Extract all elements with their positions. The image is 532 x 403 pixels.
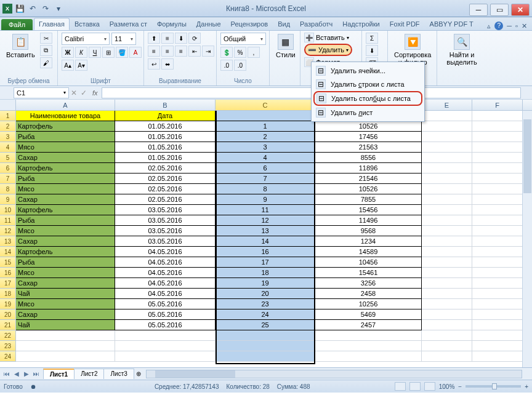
- row-header[interactable]: 7: [0, 174, 16, 184]
- cell[interactable]: Рыба: [16, 132, 115, 142]
- worksheet-grid[interactable]: ABCDEFG 12345678910111213141516171819202…: [0, 100, 532, 368]
- row-header[interactable]: 22: [0, 330, 16, 341]
- view-break-button[interactable]: [424, 382, 435, 391]
- cell[interactable]: [472, 278, 523, 289]
- font-name-combo[interactable]: Calibri▾: [62, 33, 110, 45]
- cell[interactable]: Сахар: [16, 278, 115, 289]
- row-header[interactable]: 3: [0, 132, 16, 142]
- cell[interactable]: 02.05.2016: [115, 163, 216, 174]
- cell[interactable]: 9568: [315, 226, 422, 236]
- cell[interactable]: [472, 299, 523, 309]
- cell[interactable]: [422, 309, 472, 320]
- cut-button[interactable]: ✂: [40, 33, 52, 44]
- cell[interactable]: 05.05.2016: [115, 309, 216, 320]
- align-top-button[interactable]: ⬆: [148, 33, 160, 44]
- cell[interactable]: Сахар: [16, 309, 115, 320]
- cell[interactable]: 3: [216, 142, 315, 153]
- percent-button[interactable]: %: [234, 47, 246, 58]
- cell[interactable]: 24: [216, 309, 315, 320]
- styles-button[interactable]: ▦ Стили: [273, 33, 298, 60]
- sheet-tab[interactable]: Лист1: [43, 369, 75, 379]
- border-button[interactable]: ⊞: [102, 47, 115, 58]
- cell[interactable]: [472, 289, 523, 299]
- cell[interactable]: 5469: [315, 309, 422, 320]
- cell[interactable]: [422, 278, 472, 289]
- cell[interactable]: 2: [216, 132, 315, 142]
- cell[interactable]: [216, 351, 315, 362]
- cell[interactable]: 02.05.2016: [115, 194, 216, 205]
- minimize-button[interactable]: ─: [469, 4, 488, 16]
- cell[interactable]: 8: [216, 184, 315, 194]
- cell[interactable]: 04.05.2016: [115, 278, 216, 289]
- align-center-button[interactable]: ≡: [161, 46, 174, 57]
- cell[interactable]: [422, 174, 472, 184]
- cell[interactable]: [472, 330, 523, 341]
- cell[interactable]: Сахар: [16, 153, 115, 163]
- cell[interactable]: Чай: [16, 320, 115, 330]
- dec-decimal-button[interactable]: .0: [234, 60, 246, 71]
- cell[interactable]: Наименование товара: [16, 111, 115, 121]
- cell[interactable]: 10256: [315, 299, 422, 309]
- cell[interactable]: 3256: [315, 278, 422, 289]
- cell[interactable]: 10526: [315, 121, 422, 132]
- cell[interactable]: [472, 174, 523, 184]
- bold-button[interactable]: Ж: [62, 47, 74, 58]
- zoom-in-icon[interactable]: +: [525, 383, 528, 390]
- currency-button[interactable]: 💲: [220, 47, 233, 58]
- cell[interactable]: [472, 215, 523, 226]
- vertical-scrollbar[interactable]: [522, 111, 532, 367]
- fill-button[interactable]: ⬇: [366, 45, 378, 56]
- cell[interactable]: [472, 247, 523, 257]
- cell[interactable]: [472, 268, 523, 278]
- qat-undo-icon[interactable]: ↶: [27, 3, 38, 14]
- cell[interactable]: Мясо: [16, 299, 115, 309]
- cell[interactable]: 03.05.2016: [115, 205, 216, 215]
- cell[interactable]: [422, 215, 472, 226]
- cell[interactable]: 14: [216, 236, 315, 247]
- cell[interactable]: [472, 236, 523, 247]
- find-select-button[interactable]: 🔍 Найти и выделить: [441, 33, 483, 67]
- sheet-nav-next-icon[interactable]: ▶: [22, 370, 31, 377]
- cell[interactable]: [472, 226, 523, 236]
- row-header[interactable]: 14: [0, 247, 16, 257]
- cell[interactable]: Мясо: [16, 226, 115, 236]
- cell[interactable]: Картофель: [16, 247, 115, 257]
- cell[interactable]: [422, 184, 472, 194]
- cell[interactable]: 01.05.2016: [115, 142, 216, 153]
- row-header[interactable]: 20: [0, 309, 16, 320]
- cell[interactable]: [472, 257, 523, 268]
- italic-button[interactable]: К: [75, 47, 87, 58]
- indent-inc-button[interactable]: ⇥: [202, 46, 214, 57]
- view-layout-button[interactable]: [409, 382, 421, 391]
- cell[interactable]: [472, 163, 523, 174]
- horizontal-scrollbar[interactable]: [146, 370, 522, 378]
- ribbon-tab[interactable]: Разметка ст: [105, 18, 152, 30]
- cell[interactable]: Сахар: [16, 236, 115, 247]
- row-header[interactable]: 23: [0, 341, 16, 351]
- ribbon-tab[interactable]: Рецензиров: [226, 18, 273, 30]
- cell[interactable]: Мясо: [16, 184, 115, 194]
- column-header[interactable]: B: [115, 100, 216, 111]
- cell[interactable]: [472, 309, 523, 320]
- column-header[interactable]: F: [472, 100, 523, 111]
- row-header[interactable]: 11: [0, 215, 16, 226]
- cell[interactable]: [216, 341, 315, 351]
- row-header[interactable]: 21: [0, 320, 16, 330]
- cell[interactable]: 17456: [315, 132, 422, 142]
- cell[interactable]: 11496: [315, 215, 422, 226]
- wrap-text-button[interactable]: ↩: [148, 58, 160, 70]
- cell[interactable]: Дата: [115, 111, 216, 121]
- delete-rows-item[interactable]: ⊟ Удалить строки с листа: [313, 78, 422, 91]
- cell[interactable]: 05.05.2016: [115, 299, 216, 309]
- cell[interactable]: [422, 132, 472, 142]
- cell[interactable]: [16, 341, 115, 351]
- mdi-restore-icon[interactable]: ▫: [515, 22, 518, 30]
- ribbon-tab[interactable]: Надстройки: [337, 18, 384, 30]
- cell[interactable]: 19: [216, 278, 315, 289]
- ribbon-tab[interactable]: Вид: [273, 18, 295, 30]
- row-header[interactable]: 15: [0, 257, 16, 268]
- row-header[interactable]: 4: [0, 142, 16, 153]
- row-header[interactable]: 6: [0, 163, 16, 174]
- align-left-button[interactable]: ≡: [148, 46, 160, 57]
- ribbon-min-icon[interactable]: ▵: [487, 22, 491, 30]
